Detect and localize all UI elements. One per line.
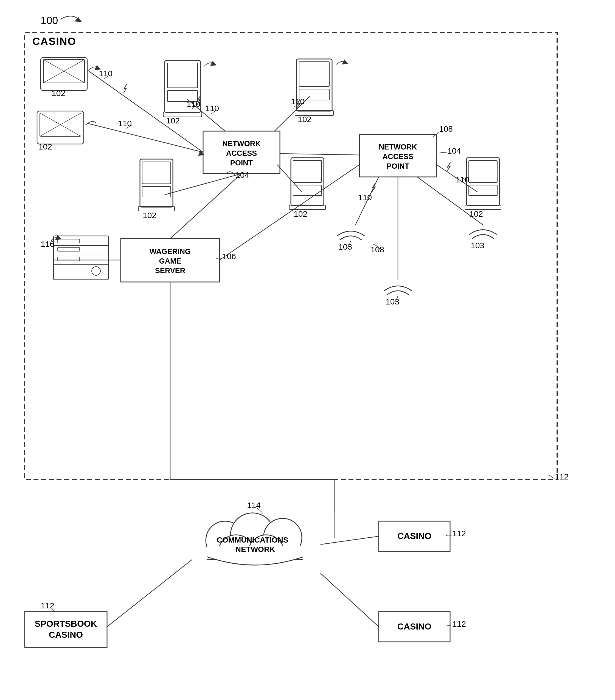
ref-112-c1: 112 <box>452 529 466 538</box>
svg-line-60 <box>87 70 203 152</box>
svg-marker-62 <box>198 150 205 156</box>
svg-rect-18 <box>296 59 332 111</box>
svg-line-9 <box>40 113 81 136</box>
svg-line-61 <box>88 123 203 152</box>
svg-text:COMMUNICATIONS: COMMUNICATIONS <box>217 536 288 544</box>
svg-text:POINT: POINT <box>387 162 409 170</box>
svg-text:ACCESS: ACCESS <box>383 152 414 161</box>
svg-text:102: 102 <box>469 209 483 218</box>
svg-text:WAGERING: WAGERING <box>150 247 191 255</box>
svg-text:102: 102 <box>38 142 52 151</box>
ref-108-nap2: 108 <box>439 124 453 133</box>
ref-110-tc: 110 <box>187 100 200 109</box>
casino-external-2 <box>379 612 450 642</box>
svg-rect-1 <box>41 58 87 90</box>
svg-text:102: 102 <box>166 116 180 125</box>
svg-text:CASINO: CASINO <box>397 531 431 541</box>
ref-116: 116 <box>41 239 54 249</box>
main-diagram-svg: 100 CASINO 102 102 102 <box>0 0 615 700</box>
comms-cloud: COMMUNICATIONS NETWORK <box>206 513 303 573</box>
svg-text:103: 103 <box>339 242 352 251</box>
svg-rect-21 <box>295 111 333 115</box>
gaming-machine-mid-center: 102 <box>289 158 325 218</box>
svg-text:GAME: GAME <box>159 257 181 265</box>
svg-text:102: 102 <box>143 211 157 220</box>
svg-marker-23 <box>342 60 348 64</box>
svg-marker-6 <box>95 65 101 70</box>
svg-rect-52 <box>58 239 79 243</box>
svg-point-55 <box>92 267 100 275</box>
ref-106: 106 <box>222 252 236 261</box>
svg-point-78 <box>218 535 254 571</box>
ref-108-disk: 108 <box>370 245 384 254</box>
svg-rect-29 <box>291 158 324 206</box>
svg-point-75 <box>206 521 244 560</box>
svg-line-69 <box>355 177 379 225</box>
nap-box-2 <box>359 134 436 177</box>
handheld-device-2: 102 <box>37 111 96 151</box>
ref-110-h1: 110 <box>99 69 112 78</box>
ref-104-nap2: 104 <box>447 146 461 155</box>
svg-rect-19 <box>299 62 329 86</box>
svg-marker-17 <box>210 61 217 66</box>
svg-rect-8 <box>40 113 81 136</box>
ref-104-nap1: 104 <box>235 170 249 179</box>
svg-line-68 <box>436 165 478 192</box>
svg-line-63 <box>187 99 225 131</box>
svg-rect-12 <box>165 60 200 112</box>
ref-110-nd1: 110 <box>358 193 372 202</box>
svg-rect-27 <box>138 207 174 211</box>
ref-110-h2: 110 <box>118 119 132 128</box>
svg-line-66 <box>165 174 242 195</box>
ref-112-right: 112 <box>555 472 569 481</box>
svg-line-67 <box>277 165 302 192</box>
label-100: 100 <box>41 15 58 26</box>
svg-text:NETWORK: NETWORK <box>235 545 275 553</box>
svg-point-76 <box>231 513 274 557</box>
handheld-device-1: 102 <box>41 58 101 98</box>
gaming-machine-mid-left: 102 <box>138 159 174 220</box>
svg-rect-54 <box>58 257 79 261</box>
svg-marker-56 <box>55 235 61 240</box>
svg-text:102: 102 <box>52 89 65 98</box>
svg-line-72 <box>170 174 242 239</box>
gaming-machine-right-nap2: 102 <box>465 158 501 218</box>
svg-rect-32 <box>289 205 325 210</box>
nap-box-1 <box>203 131 280 174</box>
svg-text:102: 102 <box>294 209 307 218</box>
svg-rect-2 <box>44 60 85 83</box>
ref-114: 114 <box>247 501 261 510</box>
server-label-box <box>121 239 220 282</box>
diagram-container: 100 CASINO 102 102 102 <box>0 0 615 700</box>
svg-line-89 <box>321 536 379 545</box>
svg-line-65 <box>280 154 359 155</box>
svg-rect-35 <box>469 161 497 183</box>
svg-rect-15 <box>163 112 202 117</box>
svg-text:NETWORK: NETWORK <box>222 140 261 148</box>
svg-marker-0 <box>75 17 82 22</box>
casino-external-1 <box>379 521 450 551</box>
svg-rect-34 <box>467 158 500 206</box>
svg-text:NETWORK: NETWORK <box>379 143 417 151</box>
svg-rect-31 <box>293 185 322 196</box>
svg-rect-25 <box>142 162 171 184</box>
svg-point-79 <box>248 535 284 571</box>
svg-text:103: 103 <box>385 297 399 306</box>
svg-line-3 <box>44 60 85 83</box>
svg-text:SPORTSBOOK: SPORTSBOOK <box>35 619 97 629</box>
svg-line-90 <box>321 573 379 627</box>
casino-main-label: CASINO <box>33 36 76 47</box>
ref-110-tr: 110 <box>291 97 305 106</box>
svg-line-64 <box>274 96 310 131</box>
ref-110-nm1: 110 <box>456 175 469 184</box>
svg-text:CASINO: CASINO <box>49 630 83 640</box>
sportsbook-casino-box <box>25 612 107 647</box>
svg-point-77 <box>263 518 302 557</box>
svg-rect-37 <box>465 205 501 210</box>
svg-rect-48 <box>53 236 108 280</box>
svg-rect-26 <box>142 187 171 197</box>
svg-line-91 <box>107 560 192 627</box>
svg-text:POINT: POINT <box>230 159 253 167</box>
svg-rect-14 <box>168 90 198 101</box>
gaming-machine-top-right: 102 <box>295 59 348 124</box>
